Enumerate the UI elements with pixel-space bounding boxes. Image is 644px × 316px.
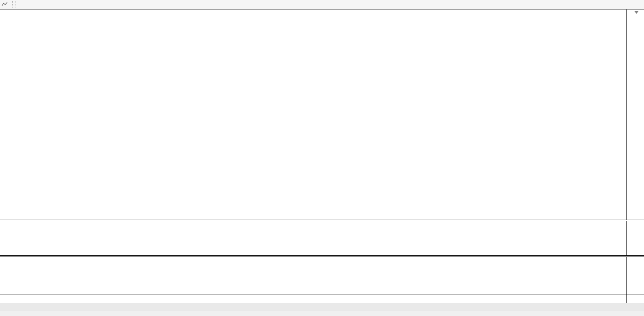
rsi-pane-canvas[interactable] xyxy=(0,221,626,255)
macd-pane-canvas[interactable] xyxy=(0,257,626,295)
chart-shift-marker-icon[interactable] xyxy=(634,11,638,14)
chart-tab-bar xyxy=(0,303,644,311)
pane-splitter[interactable] xyxy=(0,220,644,221)
toolbar-grip[interactable] xyxy=(12,1,15,8)
pane-splitter[interactable] xyxy=(0,255,644,257)
chart-window xyxy=(0,9,644,303)
line-chart-icon xyxy=(2,2,8,7)
window-filler xyxy=(0,311,644,316)
chart-title xyxy=(2,11,8,15)
pane-border xyxy=(0,295,644,295)
price-axis[interactable] xyxy=(626,10,644,303)
toolbar xyxy=(0,0,644,9)
time-axis[interactable] xyxy=(0,295,644,303)
chart-tools-dropdown[interactable] xyxy=(0,0,10,9)
price-pane-canvas[interactable] xyxy=(0,10,626,220)
